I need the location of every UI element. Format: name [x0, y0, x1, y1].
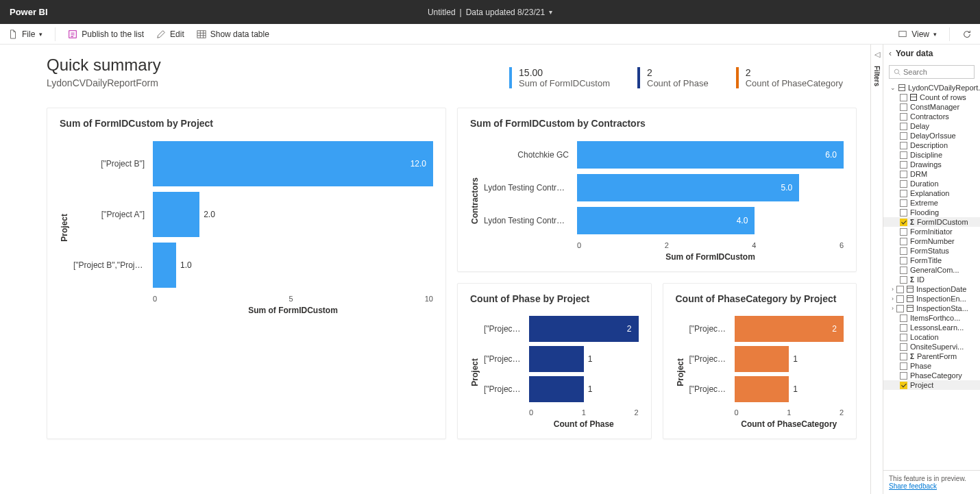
checkbox[interactable] — [900, 103, 907, 111]
field-row[interactable]: FormStatus — [883, 246, 980, 256]
bar[interactable] — [529, 346, 584, 372]
field-row[interactable]: DelayOrIssue — [883, 131, 980, 140]
bar-row[interactable]: ["Project A"] 2.0 — [73, 190, 433, 238]
field-row[interactable]: ΣFormIDCustom — [883, 217, 980, 227]
checkbox[interactable] — [900, 94, 907, 101]
checkbox[interactable] — [900, 171, 907, 178]
field-row[interactable]: ΣID — [883, 275, 980, 284]
field-row[interactable]: Project — [883, 380, 980, 390]
bar[interactable]: 12.0 — [153, 141, 433, 186]
bar-row[interactable]: ["Project B"] 12.0 — [73, 140, 433, 188]
field-row[interactable]: ConstManager — [883, 102, 980, 112]
checkbox[interactable] — [900, 161, 907, 169]
filters-rail[interactable]: ◁ Filters — [871, 45, 883, 494]
field-row[interactable]: Discipline — [883, 150, 980, 160]
chart-card[interactable]: Sum of FormIDCustom by Contractors Contr… — [457, 108, 857, 272]
bar-row[interactable]: ["Project ... 1 — [484, 345, 639, 373]
bar[interactable]: 5.0 — [577, 174, 799, 201]
checkbox[interactable] — [900, 142, 907, 149]
table-row[interactable]: ⌄LydonCVDailyReport... — [883, 83, 980, 92]
bar-row[interactable]: Lydon Testing Contracto... 4.0 — [484, 206, 844, 236]
checkbox[interactable] — [900, 314, 907, 322]
bar-row[interactable]: Lydon Testing Contracto... 5.0 — [484, 173, 844, 203]
field-row[interactable]: ItemsForthco... — [883, 313, 980, 323]
checkbox[interactable] — [900, 199, 907, 207]
field-row[interactable]: FormInitiator — [883, 227, 980, 236]
pane-collapse-icon[interactable]: ‹ — [889, 49, 892, 58]
search-input[interactable]: Search — [889, 65, 975, 79]
checkbox[interactable] — [900, 238, 907, 245]
field-row[interactable]: ΣParentForm — [883, 351, 980, 361]
field-row[interactable]: ›InspectionDate — [883, 284, 980, 294]
field-row[interactable]: DRM — [883, 169, 980, 179]
publish-button[interactable]: Publish to the list — [66, 25, 145, 44]
checkbox[interactable] — [900, 372, 907, 380]
checkbox[interactable] — [900, 324, 907, 332]
checkbox[interactable] — [900, 267, 907, 274]
checkbox[interactable] — [900, 228, 907, 236]
field-row[interactable]: Flooding — [883, 208, 980, 217]
field-row[interactable]: Explanation — [883, 188, 980, 198]
field-row[interactable]: ›InspectionEn... — [883, 294, 980, 304]
view-button[interactable]: View ▾ — [896, 25, 938, 44]
field-row[interactable]: FormTitle — [883, 256, 980, 265]
field-row[interactable]: Extreme — [883, 198, 980, 208]
chart-card[interactable]: Count of PhaseCategory by Project Projec… — [663, 283, 857, 439]
field-row[interactable]: Description — [883, 140, 980, 150]
bar[interactable] — [153, 192, 199, 237]
field-row[interactable]: LessonsLearn... — [883, 323, 980, 332]
field-row[interactable]: Count of rows — [883, 92, 980, 102]
checkbox[interactable] — [900, 209, 907, 217]
bar-row[interactable]: ["Project ... 1 — [689, 345, 844, 373]
checkbox[interactable] — [900, 382, 907, 389]
checkbox[interactable] — [900, 247, 907, 255]
bar-row[interactable]: ["Project B","Project A"] 1.0 — [73, 241, 433, 289]
field-row[interactable]: Drawings — [883, 160, 980, 169]
bar-row[interactable]: ["Project ... 1 — [484, 375, 639, 403]
share-feedback-link[interactable]: Share feedback — [889, 482, 937, 490]
bar-row[interactable]: ["Project ... 2 — [689, 315, 844, 343]
chart-card[interactable]: Sum of FormIDCustom by Project Project [… — [47, 108, 446, 439]
checkbox[interactable] — [900, 113, 907, 121]
checkbox[interactable] — [900, 343, 907, 351]
bar-row[interactable]: ["Project ... 2 — [484, 315, 639, 343]
chart-card[interactable]: Count of Phase by Project Project ["Proj… — [457, 283, 652, 439]
checkbox[interactable] — [900, 276, 907, 284]
checkbox[interactable] — [900, 180, 907, 188]
checkbox[interactable] — [900, 257, 907, 264]
checkbox[interactable] — [900, 353, 907, 360]
field-row[interactable]: Location — [883, 332, 980, 342]
checkbox[interactable] — [900, 362, 907, 370]
bar[interactable] — [735, 346, 789, 372]
checkbox[interactable] — [900, 334, 907, 341]
field-row[interactable]: Contractors — [883, 112, 980, 121]
checkbox[interactable] — [900, 219, 907, 226]
checkbox[interactable] — [900, 132, 907, 140]
field-row[interactable]: Duration — [883, 179, 980, 188]
field-row[interactable]: GeneralCom... — [883, 265, 980, 275]
checkbox[interactable] — [900, 190, 907, 197]
bar[interactable]: 6.0 — [577, 141, 844, 169]
checkbox[interactable] — [896, 305, 904, 312]
refresh-button[interactable] — [961, 25, 973, 44]
field-row[interactable]: ›InspectionSta... — [883, 304, 980, 313]
bar-row[interactable]: ["Project ... 1 — [689, 375, 844, 403]
bar[interactable] — [529, 376, 584, 402]
filters-collapse-icon[interactable]: ◁ — [874, 50, 880, 59]
checkbox[interactable] — [900, 123, 907, 130]
field-row[interactable]: Phase — [883, 361, 980, 371]
file-button[interactable]: File ▾ — [7, 25, 44, 44]
field-row[interactable]: Delay — [883, 121, 980, 131]
show-data-table-button[interactable]: Show data table — [195, 25, 271, 44]
bar[interactable]: 2 — [529, 316, 639, 342]
field-row[interactable]: OnsiteSupervi... — [883, 342, 980, 351]
bar-row[interactable]: Chotchkie GC 6.0 — [484, 140, 844, 170]
checkbox[interactable] — [900, 151, 907, 159]
bar[interactable] — [735, 376, 789, 402]
bar[interactable] — [153, 243, 176, 288]
edit-button[interactable]: Edit — [155, 25, 186, 44]
checkbox[interactable] — [896, 295, 904, 303]
bar[interactable]: 2 — [735, 316, 844, 342]
checkbox[interactable] — [896, 286, 904, 293]
field-row[interactable]: PhaseCategory — [883, 371, 980, 380]
